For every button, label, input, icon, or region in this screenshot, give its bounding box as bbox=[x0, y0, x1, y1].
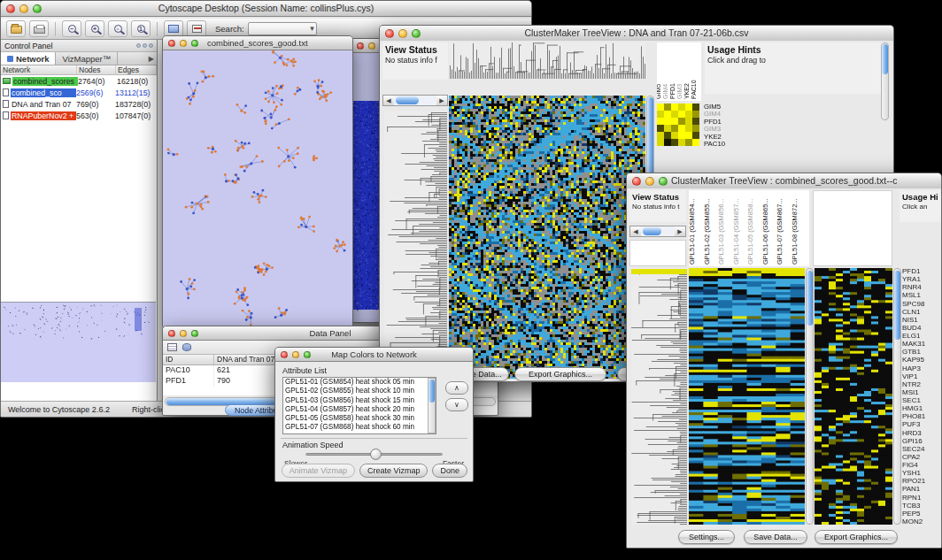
vertical-scrollbar[interactable] bbox=[806, 268, 814, 525]
close-icon[interactable] bbox=[6, 4, 15, 13]
gene-label[interactable]: RPN1 bbox=[902, 494, 941, 502]
close-icon[interactable] bbox=[168, 40, 175, 47]
minimize-icon[interactable] bbox=[292, 351, 299, 358]
scroll-right-arrow-icon[interactable]: ▶ bbox=[436, 96, 447, 105]
column-header-network[interactable]: Network bbox=[1, 65, 77, 74]
move-down-button[interactable]: ∨ bbox=[445, 398, 468, 411]
gene-label[interactable]: GPI16 bbox=[902, 437, 941, 445]
gene-label[interactable]: HAP3 bbox=[902, 364, 941, 372]
maximize-icon[interactable] bbox=[659, 177, 668, 186]
gene-label[interactable]: MSI1 bbox=[902, 388, 941, 396]
scroll-left-arrow-icon[interactable]: ◀ bbox=[383, 96, 394, 105]
column-header-edges[interactable]: Edges bbox=[116, 65, 157, 74]
gene-label[interactable]: YSH1 bbox=[902, 469, 941, 477]
desktop-titlebar[interactable]: Cytoscape Desktop (Session Name: collins… bbox=[1, 1, 531, 17]
maximize-icon[interactable] bbox=[304, 351, 311, 358]
dna-column-dendrogram-canvas[interactable] bbox=[449, 42, 645, 79]
export-graphics-button[interactable]: Export Graphics... bbox=[514, 367, 606, 381]
minimize-icon[interactable] bbox=[398, 29, 407, 38]
minimize-icon[interactable] bbox=[645, 177, 654, 186]
gene-label[interactable]: PUF3 bbox=[902, 420, 941, 428]
scroll-left-arrow-icon[interactable]: ◀ bbox=[630, 226, 641, 236]
gene-label[interactable]: PHO81 bbox=[902, 412, 941, 420]
gene-label[interactable]: PEP5 bbox=[902, 510, 941, 518]
scroll-right-arrow-icon[interactable]: ▶ bbox=[675, 226, 685, 236]
search-input[interactable] bbox=[248, 22, 317, 35]
column-header-nodes[interactable]: Nodes bbox=[77, 65, 116, 74]
gene-label[interactable]: MAK31 bbox=[902, 340, 941, 348]
maximize-icon[interactable] bbox=[33, 4, 42, 13]
gene-label[interactable]: VIP1 bbox=[902, 372, 941, 380]
scrollbar-thumb[interactable] bbox=[807, 271, 813, 326]
navigator-thumb[interactable] bbox=[396, 96, 419, 104]
done-button[interactable]: Done bbox=[432, 464, 467, 478]
panel-dot-icon[interactable] bbox=[143, 43, 147, 48]
gene-label[interactable]: SEC1 bbox=[902, 396, 941, 404]
dna-row-dendrogram-canvas[interactable] bbox=[384, 111, 447, 380]
listbox-scrollbar[interactable] bbox=[428, 378, 436, 433]
tab-vizmapper[interactable]: VizMapper™ bbox=[56, 52, 118, 65]
navigator-thumb[interactable] bbox=[643, 227, 661, 235]
attribute-list-item[interactable]: GPL51-02 (GSM855) heat shock 10 min bbox=[283, 387, 436, 395]
slider-thumb[interactable] bbox=[370, 449, 382, 460]
gene-label[interactable]: SPC98 bbox=[902, 300, 941, 308]
gene-label[interactable]: RNR4 bbox=[902, 283, 941, 291]
dialog-titlebar[interactable]: Map Colors to Network bbox=[275, 348, 473, 362]
minimize-icon[interactable] bbox=[368, 42, 375, 50]
gene-label[interactable]: MSL1 bbox=[902, 291, 941, 299]
network-list-row[interactable]: DNA and Tran 07769(0)183728(0) bbox=[1, 98, 157, 110]
tree-navigator[interactable]: ◀ ▶ bbox=[629, 226, 686, 237]
move-up-button[interactable]: ∧ bbox=[445, 381, 468, 395]
navigator-track[interactable] bbox=[394, 96, 436, 105]
attribute-list-item[interactable]: GPL51-04 (GSM857) heat shock 20 min bbox=[283, 405, 436, 414]
gene-label[interactable]: ELG1 bbox=[902, 332, 941, 340]
gene-label[interactable]: HMG1 bbox=[902, 404, 941, 412]
network-list-row[interactable]: combined_scores2764(0)16218(0) bbox=[1, 75, 157, 87]
column-header-id[interactable]: ID bbox=[163, 355, 214, 364]
gene-label[interactable]: RPO21 bbox=[902, 477, 941, 485]
maximize-icon[interactable] bbox=[191, 40, 198, 47]
zoom-in-button[interactable]: + bbox=[85, 20, 104, 37]
scrollbar-thumb[interactable] bbox=[429, 380, 435, 403]
minimize-icon[interactable] bbox=[180, 330, 187, 337]
zoom-fit-button[interactable]: ▫ bbox=[108, 20, 127, 37]
treeview-combined-titlebar[interactable]: ClusterMaker TreeView : combined_scores_… bbox=[627, 173, 941, 189]
attribute-list-item[interactable]: GPL51-07 (GSM868) heat shock 60 min bbox=[283, 423, 436, 432]
close-icon[interactable] bbox=[281, 351, 288, 358]
open-session-button[interactable] bbox=[6, 20, 26, 37]
gene-label[interactable]: GTB1 bbox=[902, 348, 941, 356]
maximize-icon[interactable] bbox=[191, 330, 198, 337]
attribute-listbox[interactable]: GPL51-01 (GSM854) heat shock 05 minGPL51… bbox=[282, 377, 436, 434]
database-icon[interactable] bbox=[182, 343, 191, 351]
correlation-matrix-canvas[interactable] bbox=[657, 104, 699, 146]
close-icon[interactable] bbox=[385, 29, 394, 38]
combined-heatmap-canvas[interactable] bbox=[689, 268, 805, 525]
vertical-scrollbar[interactable] bbox=[881, 42, 889, 120]
gene-label[interactable]: NTR2 bbox=[902, 380, 941, 388]
tree-navigator[interactable]: ◀ ▶ bbox=[382, 95, 448, 106]
zoom-selected-button[interactable]: 1 bbox=[131, 20, 151, 37]
vertical-scrollbar[interactable] bbox=[893, 268, 901, 525]
network-view-canvas[interactable] bbox=[163, 50, 352, 326]
network-list-row[interactable]: combined_sco2569(6)13112(15) bbox=[1, 87, 157, 98]
attribute-list-item[interactable]: GPL51-03 (GSM856) heat shock 15 min bbox=[283, 396, 436, 405]
tab-network[interactable]: Network bbox=[1, 52, 56, 65]
gene-label[interactable]: CLN1 bbox=[902, 308, 941, 316]
minimize-icon[interactable] bbox=[19, 4, 28, 13]
gene-label[interactable]: BUD4 bbox=[902, 324, 941, 332]
network-overview-canvas[interactable] bbox=[1, 302, 156, 382]
combined-row-dendrogram-canvas[interactable] bbox=[631, 268, 687, 525]
gene-label[interactable]: YRA1 bbox=[902, 275, 941, 283]
scrollbar-thumb[interactable] bbox=[894, 271, 900, 340]
gene-label[interactable]: HRD3 bbox=[902, 429, 941, 437]
gene-label[interactable]: NIS1 bbox=[902, 316, 941, 324]
settings-button[interactable]: Settings... bbox=[678, 530, 735, 544]
export-graphics-button[interactable]: Export Graphics... bbox=[815, 530, 898, 544]
gene-label[interactable]: FIG4 bbox=[902, 461, 941, 469]
maximize-icon[interactable] bbox=[412, 29, 421, 38]
scrollbar-thumb[interactable] bbox=[882, 44, 888, 74]
create-vizmap-button[interactable]: Create Vizmap bbox=[359, 464, 428, 478]
panel-dot-icon[interactable] bbox=[136, 43, 141, 48]
treeview-dna-titlebar[interactable]: ClusterMaker TreeView : DNA and Tran 07-… bbox=[380, 26, 893, 42]
attribute-list-item[interactable]: GPL51-05 (GSM858) heat shock 30 min bbox=[283, 414, 436, 423]
